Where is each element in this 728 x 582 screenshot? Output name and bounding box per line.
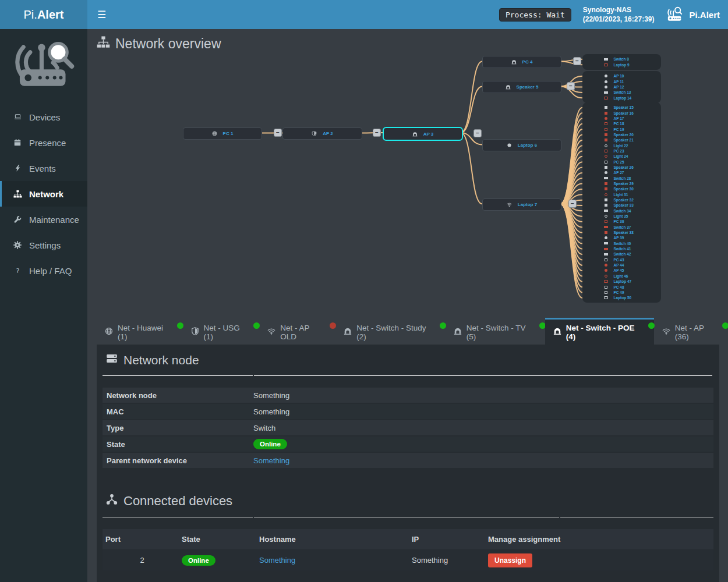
sidebar-item-network[interactable]: Network — [0, 181, 87, 207]
diagram-node-ap-2[interactable]: AP 2 — [282, 127, 362, 140]
device-item-speaker-20[interactable]: Speaker 20 — [582, 132, 661, 137]
diagram-node-ap-3[interactable]: AP 3 — [383, 127, 463, 141]
divider-segment — [103, 375, 253, 376]
device-item-speaker-26[interactable]: Speaker 26 — [582, 165, 661, 170]
shield-icon — [191, 327, 199, 337]
diagram-node-pc-4[interactable]: PC 4 — [482, 56, 561, 68]
node-detail-panel: Network node Network nodeSomethingMACSom… — [97, 345, 719, 582]
sidebar-item-devices[interactable]: Devices — [0, 104, 87, 130]
pc-mini-icon — [603, 128, 609, 131]
device-item-light-46[interactable]: Light 46 — [582, 274, 661, 279]
collapse-button[interactable]: − — [568, 200, 577, 208]
device-item-label: Speaker 33 — [614, 203, 641, 207]
device-item-ap-10[interactable]: AP 10 — [582, 73, 661, 79]
collapse-button[interactable]: − — [473, 129, 482, 137]
tab-net-switch-tv-5[interactable]: Net - Switch - TV (5) — [446, 318, 545, 345]
device-item-light-31[interactable]: Light 31 — [582, 192, 661, 197]
device-item-laptop-14[interactable]: Laptop 14 — [582, 95, 661, 101]
server-icon — [106, 353, 118, 367]
navbar-brand: Pi.Alert — [666, 6, 720, 24]
speaker-mini-icon — [603, 139, 609, 141]
tab-net-ap-old[interactable]: Net - AP OLD — [259, 318, 335, 345]
diagram-node-label: Laptop 7 — [518, 202, 537, 207]
device-item-switch-28[interactable]: Switch 28 — [582, 175, 661, 180]
device-item-switch-42[interactable]: Switch 42 — [582, 251, 661, 257]
sitemap-icon — [12, 190, 23, 198]
sidebar-item-events[interactable]: Events — [0, 155, 87, 181]
cell-manage: Unassign — [485, 553, 712, 567]
device-item-ap-27[interactable]: AP 27 — [582, 170, 661, 175]
device-item-laptop-47[interactable]: Laptop 47 — [582, 279, 661, 284]
diagram-node-laptop-7[interactable]: Laptop 7 — [482, 198, 561, 211]
device-item-pc-25[interactable]: PC 25 — [582, 159, 661, 164]
tab-net-switch-study-2[interactable]: Net - Switch - Study (2) — [335, 318, 446, 345]
device-item-speaker-16[interactable]: Speaker 16 — [582, 110, 661, 115]
parent-device-link[interactable]: Something — [253, 456, 289, 465]
device-item-light-24[interactable]: Light 24 — [582, 154, 661, 159]
sidebar: DevicesPresenceEventsNetworkMaintenanceS… — [0, 29, 87, 582]
device-item-label: AP 12 — [614, 85, 641, 89]
sidebar-item-label: Presence — [29, 138, 66, 148]
device-item-switch-41[interactable]: Switch 41 — [582, 246, 661, 251]
tab-label: Net - Switch - Study (2) — [356, 324, 437, 341]
device-item-ap-44[interactable]: AP 44 — [582, 262, 661, 268]
diagram-node-speaker-5[interactable]: Speaker 5 — [482, 81, 561, 93]
device-item-speaker-38[interactable]: Speaker 38 — [582, 230, 661, 235]
tab-net-usg-1[interactable]: Net - USG (1) — [183, 318, 260, 345]
device-item-ap-17[interactable]: AP 17 — [582, 116, 661, 121]
device-item-laptop-50[interactable]: Laptop 50 — [582, 295, 661, 300]
hostname-link[interactable]: Something — [259, 556, 295, 565]
collapse-button[interactable]: − — [274, 129, 282, 137]
navbar-brand-label: Pi.Alert — [689, 10, 720, 20]
device-item-light-35[interactable]: Light 35 — [582, 214, 661, 219]
svg-text:?: ? — [16, 267, 19, 275]
unassign-button[interactable]: Unassign — [488, 553, 532, 567]
diagram-node-label: PC 1 — [223, 131, 234, 136]
device-item-pc-49[interactable]: PC 49 — [582, 290, 661, 295]
device-item-switch-8[interactable]: Switch 8 — [582, 56, 661, 62]
device-item-pc-48[interactable]: PC 48 — [582, 284, 661, 289]
device-item-speaker-32[interactable]: Speaker 32 — [582, 197, 661, 203]
device-item-switch-34[interactable]: Switch 34 — [582, 208, 661, 214]
sidebar-item-maintenance[interactable]: Maintenance — [0, 207, 87, 232]
device-item-ap-11[interactable]: AP 11 — [582, 79, 661, 84]
device-item-pc-23[interactable]: PC 23 — [582, 148, 661, 154]
sidebar-item-help-faq[interactable]: ?Help / FAQ — [0, 258, 87, 283]
device-item-ap-45[interactable]: AP 45 — [582, 268, 661, 273]
device-item-pc-43[interactable]: PC 43 — [582, 257, 661, 262]
device-item-ap-39[interactable]: AP 39 — [582, 235, 661, 240]
diagram-node-pc-1[interactable]: PC 1 — [183, 127, 262, 140]
laptop-mini-icon — [603, 63, 609, 66]
row-value: Something — [253, 391, 289, 400]
device-item-light-22[interactable]: Light 22 — [582, 143, 661, 148]
sidebar-item-presence[interactable]: Presence — [0, 130, 87, 155]
device-item-speaker-30[interactable]: Speaker 30 — [582, 186, 661, 191]
device-item-laptop-9[interactable]: Laptop 9 — [582, 62, 661, 68]
collapse-button[interactable]: − — [373, 129, 381, 137]
collapse-button[interactable]: − — [573, 57, 581, 65]
device-item-switch-40[interactable]: Switch 40 — [582, 241, 661, 246]
tab-net-huawei-1[interactable]: Net - Huawei (1) — [97, 318, 183, 345]
device-item-switch-13[interactable]: Switch 13 — [582, 90, 661, 95]
cell-port: 2 — [103, 556, 179, 565]
device-item-pc-36[interactable]: PC 36 — [582, 219, 661, 224]
device-item-label: Speaker 30 — [614, 187, 641, 191]
device-item-ap-12[interactable]: AP 12 — [582, 84, 661, 90]
device-item-speaker-29[interactable]: Speaker 29 — [582, 181, 661, 186]
device-item-switch-37[interactable]: Switch 37 — [582, 225, 661, 230]
sidebar-item-label: Network — [29, 189, 63, 199]
device-item-speaker-15[interactable]: Speaker 15 — [582, 105, 661, 110]
row-value: Something — [253, 407, 289, 416]
diagram-node-laptop-6[interactable]: Laptop 6 — [482, 139, 561, 151]
tab-net-ap-36[interactable]: Net - AP (36) — [654, 318, 728, 345]
collapse-button[interactable]: − — [567, 82, 575, 90]
tab-net-switch-poe-4[interactable]: Net - Switch - POE (4) — [545, 318, 654, 345]
hamburger-icon[interactable]: ☰ — [97, 9, 106, 21]
sidebar-item-label: Events — [29, 164, 56, 173]
device-item-pc-18[interactable]: PC 18 — [582, 121, 661, 126]
sidebar-item-settings[interactable]: Settings — [0, 232, 87, 258]
device-item-speaker-21[interactable]: Speaker 21 — [582, 137, 661, 143]
device-item-pc-19[interactable]: PC 19 — [582, 126, 661, 132]
sidebar-item-label: Settings — [29, 240, 61, 250]
device-item-speaker-33[interactable]: Speaker 33 — [582, 203, 661, 208]
